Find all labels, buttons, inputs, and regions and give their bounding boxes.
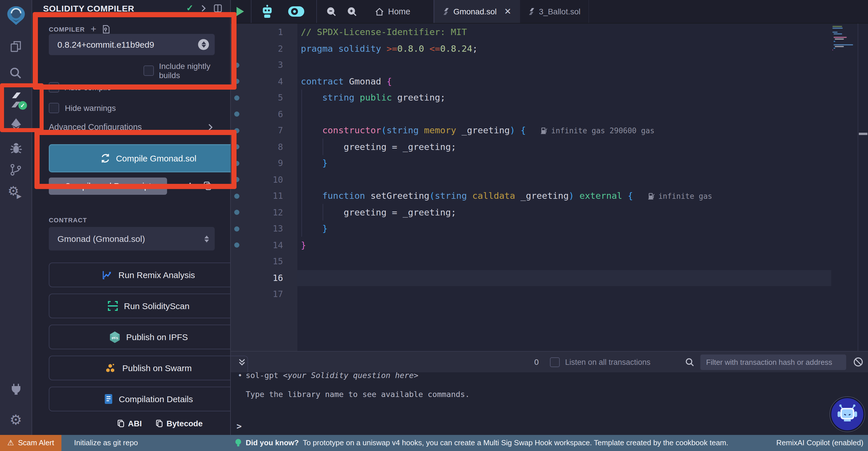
remixai-assistant-bubble[interactable]: [830, 397, 865, 431]
gutter-dot: [234, 79, 239, 84]
sidebar-item-settings[interactable]: ⚙: [9, 413, 22, 427]
run-solidityscan-button[interactable]: Run SolidityScan: [49, 293, 248, 318]
solidity-file-icon: [528, 7, 535, 16]
editor-code-area[interactable]: // SPDX-License-Identifier: MITpragma so…: [298, 24, 831, 351]
sidebar-item-solidity-compiler[interactable]: ✓: [0, 87, 32, 113]
auto-compile-checkbox[interactable]: [49, 82, 59, 92]
sidebar-item-deploy-run[interactable]: [0, 113, 32, 137]
code-line[interactable]: }: [298, 155, 831, 171]
editor-scrollbar[interactable]: [858, 24, 868, 351]
compiler-version-select[interactable]: 0.8.24+commit.e11b9ed9: [49, 34, 215, 55]
code-line[interactable]: [298, 106, 831, 122]
scam-alert-button[interactable]: ⚠ Scam Alert: [0, 434, 61, 451]
copy-icon: [156, 419, 163, 428]
compilation-details-button[interactable]: Compilation Details: [49, 387, 248, 411]
transaction-filter-input[interactable]: [701, 354, 846, 370]
sidebar-item-plugin-manager[interactable]: [9, 382, 23, 398]
git-init-button[interactable]: Initialize as git repo: [74, 439, 138, 447]
terminal-help-text: Type the library name to see available c…: [231, 388, 868, 400]
info-icon[interactable]: i: [188, 181, 191, 191]
zoom-out-button[interactable]: [326, 6, 337, 17]
ai-copilot-toggle[interactable]: [288, 6, 305, 17]
zoom-in-button[interactable]: [347, 6, 358, 17]
code-line[interactable]: function setGreeting(string calldata _gr…: [298, 188, 831, 204]
panel-columns-icon[interactable]: [214, 4, 222, 12]
compile-run-script-label: Compile and Run script: [65, 181, 151, 191]
listen-transactions-checkbox[interactable]: [550, 357, 560, 367]
publish-swarm-button[interactable]: Publish on Swarm: [49, 356, 248, 380]
remixai-robot-button[interactable]: [260, 5, 274, 19]
hide-warnings-checkbox[interactable]: [49, 103, 59, 113]
gutter-dot: [234, 194, 239, 199]
indent-guide: [322, 138, 323, 155]
editor-minimap[interactable]: [831, 24, 858, 351]
copy-icon[interactable]: [204, 181, 212, 191]
zoom-out-icon: [326, 6, 337, 17]
tab-3-ballot-sol[interactable]: 3_Ballot.sol: [520, 0, 589, 23]
sidebar-item-git[interactable]: [0, 159, 32, 180]
run-script-play-button[interactable]: [237, 7, 244, 16]
clear-console-icon[interactable]: [853, 357, 863, 367]
terminal-search-icon[interactable]: [685, 357, 694, 367]
code-line[interactable]: contract Gmonad {: [298, 73, 831, 90]
gutter-dot: [234, 112, 239, 117]
compiler-section-header: COMPILER +: [49, 24, 215, 34]
contract-select[interactable]: Gmonad (Gmonad.sol): [49, 227, 215, 251]
code-line[interactable]: [298, 286, 831, 303]
gutter-dot: [234, 259, 239, 264]
contract-label: CONTRACT: [49, 217, 215, 224]
compile-button-label: Compile Gmonad.sol: [116, 153, 196, 163]
git-icon: [9, 163, 22, 176]
run-remix-analysis-button[interactable]: Run Remix Analysis: [49, 262, 248, 287]
include-nightly-checkbox[interactable]: [144, 65, 154, 76]
code-line[interactable]: [298, 253, 831, 270]
tab-close-icon[interactable]: ✕: [504, 6, 511, 17]
indent-guide: [322, 204, 323, 221]
sidebar-item-file-explorer[interactable]: [0, 33, 32, 60]
ipfs-cube-icon: IPFS: [109, 331, 120, 343]
code-line[interactable]: [298, 57, 831, 73]
gutter-dot: [234, 177, 239, 182]
activity-icon-bar: ✓ ⚙▶: [0, 0, 32, 434]
compile-run-script-button[interactable]: Compile and Run script: [49, 177, 167, 195]
scrollbar-thumb[interactable]: [859, 133, 867, 135]
tab-gmonad-sol[interactable]: Gmonad.sol ✕: [434, 0, 520, 23]
sidebar-item-script-runner[interactable]: ⚙▶: [0, 180, 32, 203]
add-compiler-icon[interactable]: +: [91, 24, 96, 34]
code-line[interactable]: pragma solidity >=0.8.0 <=0.8.24;: [298, 40, 831, 57]
home-label: Home: [388, 7, 410, 16]
line-number: 13: [239, 224, 298, 234]
copy-bytecode-button[interactable]: Bytecode: [156, 419, 203, 428]
gutter-dot: [234, 46, 239, 51]
terminal-prompt[interactable]: >: [237, 421, 242, 431]
copy-icon: [117, 419, 125, 428]
code-line[interactable]: // SPDX-License-Identifier: MIT: [298, 24, 831, 40]
code-line[interactable]: string public greeting;: [298, 90, 831, 106]
refresh-icon: [100, 153, 110, 163]
compile-button[interactable]: Compile Gmonad.sol: [49, 144, 248, 172]
code-line[interactable]: greeting = _greeting;: [298, 204, 831, 221]
code-editor[interactable]: 1234567891011121314151617 // SPDX-Licens…: [231, 24, 868, 351]
sidebar-item-debugger[interactable]: [0, 137, 32, 159]
scam-alert-label: Scam Alert: [18, 439, 54, 447]
line-number: 14: [239, 240, 298, 251]
line-number: 5: [239, 93, 298, 103]
gutter-dot: [234, 210, 239, 215]
line-number: 9: [239, 158, 298, 169]
remix-logo[interactable]: [0, 0, 32, 33]
copilot-status[interactable]: RemixAI Copilot (enabled): [776, 439, 863, 447]
code-line[interactable]: constructor(string memory _greeting) {in…: [298, 122, 831, 139]
file-badge-icon[interactable]: [102, 24, 110, 34]
publish-ipfs-button[interactable]: IPFS Publish on IPFS: [49, 325, 248, 349]
terminal-output[interactable]: •sol-gpt <your Solidity question here> T…: [231, 372, 868, 434]
chevron-right-icon[interactable]: [201, 4, 206, 12]
code-line[interactable]: [298, 171, 831, 188]
tab-home[interactable]: Home: [362, 7, 423, 16]
advanced-configurations[interactable]: Advanced Configurations: [49, 122, 215, 132]
code-line[interactable]: greeting = _greeting;: [298, 139, 831, 155]
copy-abi-button[interactable]: ABI: [117, 419, 142, 428]
code-line[interactable]: }: [298, 237, 831, 253]
code-line[interactable]: }: [298, 221, 831, 237]
sidebar-item-search[interactable]: [0, 60, 32, 86]
code-line[interactable]: [298, 270, 831, 286]
